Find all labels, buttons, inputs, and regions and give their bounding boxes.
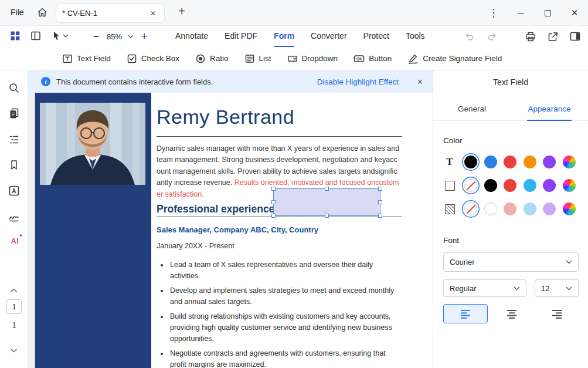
text-color-swatches — [464, 156, 576, 168]
text-color-swatch[interactable] — [524, 156, 536, 168]
border-color-row — [443, 178, 580, 193]
resize-handle[interactable] — [378, 200, 382, 204]
close-button[interactable]: ✕ — [561, 0, 588, 26]
zoom-out-button[interactable]: − — [91, 31, 101, 43]
menu-converter[interactable]: Converter — [311, 26, 346, 47]
selected-text-field[interactable] — [273, 188, 380, 216]
fill-color-swatch[interactable] — [464, 202, 477, 215]
signature-icon[interactable] — [8, 211, 20, 223]
fill-color-row — [443, 201, 580, 217]
ai-icon[interactable]: AI✦ — [8, 237, 21, 245]
text-color-swatch[interactable] — [504, 156, 516, 168]
border-color-swatch[interactable] — [484, 179, 497, 192]
border-color-swatch[interactable] — [543, 179, 556, 192]
text-color-swatch[interactable] — [484, 156, 497, 168]
menu-protect[interactable]: Protect — [363, 26, 389, 47]
tab-close-icon[interactable]: ✕ — [148, 8, 158, 19]
more-menu-icon[interactable]: ⋮ — [480, 0, 507, 26]
border-color-swatch[interactable] — [563, 179, 576, 192]
align-center-button[interactable] — [490, 304, 533, 323]
cv-bullet-list: Lead a team of X sales representatives a… — [169, 259, 402, 368]
tool-button[interactable]: OK Button — [354, 53, 392, 64]
font-size-select[interactable]: 12 — [535, 279, 579, 297]
tab-appearance[interactable]: Appearance — [511, 99, 588, 120]
field-a-icon[interactable]: A — [8, 185, 20, 197]
tab-general[interactable]: General — [433, 99, 511, 120]
new-tab-button[interactable]: + — [175, 5, 189, 18]
select-tool-button[interactable] — [52, 31, 69, 41]
align-left-button[interactable] — [443, 304, 488, 323]
font-family-select[interactable]: Courier — [443, 252, 579, 272]
undo-icon[interactable] — [464, 32, 475, 41]
print-icon[interactable] — [525, 31, 536, 42]
export-icon[interactable] — [547, 31, 559, 42]
total-pages: 1 — [0, 321, 28, 329]
disable-highlight-link[interactable]: Disable Highlight Effect — [317, 77, 399, 86]
zoom-chevron-icon[interactable] — [128, 35, 134, 38]
body-area: A AI✦ 1 1 i This document contains inter… — [0, 70, 588, 368]
fill-color-swatch[interactable] — [543, 202, 556, 215]
font-style-select[interactable]: Regular — [443, 279, 526, 297]
resize-handle[interactable] — [378, 214, 382, 218]
apps-grid-icon[interactable] — [10, 31, 21, 41]
resize-handle[interactable] — [271, 187, 276, 191]
tool-create-signature[interactable]: Create Signature Field — [407, 53, 502, 64]
resize-handle[interactable] — [325, 187, 329, 191]
border-color-icon — [443, 181, 456, 191]
minimize-button[interactable] — [507, 0, 534, 26]
border-color-swatch[interactable] — [524, 179, 536, 192]
info-bar: i This document contains interactive for… — [28, 70, 433, 93]
menu-tools[interactable]: Tools — [406, 26, 425, 47]
zoom-controls: − 85% + — [91, 26, 149, 47]
border-color-swatch[interactable] — [504, 179, 516, 192]
fill-color-swatch[interactable] — [484, 202, 497, 215]
zoom-in-button[interactable]: + — [140, 31, 149, 43]
bookmark-icon[interactable] — [8, 159, 20, 171]
divider — [157, 136, 402, 137]
fill-color-icon — [443, 204, 456, 214]
menu-form[interactable]: Form — [274, 26, 294, 47]
svg-text:OK: OK — [356, 56, 362, 60]
file-menu[interactable]: File — [11, 8, 24, 17]
tool-check-box[interactable]: Check Box — [127, 53, 179, 64]
menu-annotate[interactable]: Annotate — [175, 26, 208, 47]
menu-edit-pdf[interactable]: Edit PDF — [225, 26, 257, 47]
current-page-box[interactable]: 1 — [6, 299, 22, 314]
text-color-icon: T — [443, 156, 456, 168]
tool-dropdown[interactable]: Dropdown — [287, 53, 338, 64]
document-viewport[interactable]: Remy Bertrand Dynamic sales manager with… — [28, 93, 433, 368]
align-right-button[interactable] — [535, 304, 579, 323]
ribbon-menu: Annotate Edit PDF Form Converter Protect… — [175, 26, 425, 47]
color-section-label: Color — [443, 136, 462, 145]
border-color-swatch[interactable] — [464, 179, 477, 192]
fill-color-swatch[interactable] — [563, 202, 576, 215]
page-down-icon[interactable] — [10, 348, 18, 353]
redo-icon[interactable] — [486, 32, 498, 41]
profile-photo — [40, 103, 145, 185]
app-window: File * CV-EN-1 ✕ + ⋮ ✕ − 85% — [0, 0, 588, 368]
document-tab[interactable]: * CV-EN-1 ✕ — [56, 4, 164, 22]
tool-list[interactable]: List — [244, 53, 271, 64]
split-view-icon[interactable] — [30, 31, 41, 41]
resize-handle[interactable] — [325, 214, 329, 218]
outline-icon[interactable] — [8, 134, 20, 146]
search-icon[interactable] — [8, 82, 20, 94]
text-color-swatch[interactable] — [563, 156, 576, 168]
text-color-swatch[interactable] — [464, 156, 477, 168]
maximize-button[interactable] — [534, 0, 561, 26]
panel-toggle-icon[interactable] — [569, 31, 581, 42]
chevron-down-icon — [566, 260, 572, 264]
bullet-item: Negotiate contracts and agreements with … — [169, 348, 402, 368]
tool-radio[interactable]: Ratio — [195, 53, 229, 64]
fill-color-swatch[interactable] — [504, 202, 516, 215]
thumbnails-icon[interactable] — [8, 107, 20, 119]
tool-text-field[interactable]: Text Field — [62, 53, 111, 64]
fill-color-swatch[interactable] — [524, 202, 536, 215]
text-color-swatch[interactable] — [543, 156, 556, 168]
resize-handle[interactable] — [271, 214, 276, 218]
page-up-icon[interactable] — [10, 288, 18, 293]
home-icon[interactable] — [36, 6, 48, 18]
resize-handle[interactable] — [378, 187, 382, 191]
resize-handle[interactable] — [271, 200, 276, 204]
info-close-icon[interactable]: ✕ — [417, 77, 423, 86]
